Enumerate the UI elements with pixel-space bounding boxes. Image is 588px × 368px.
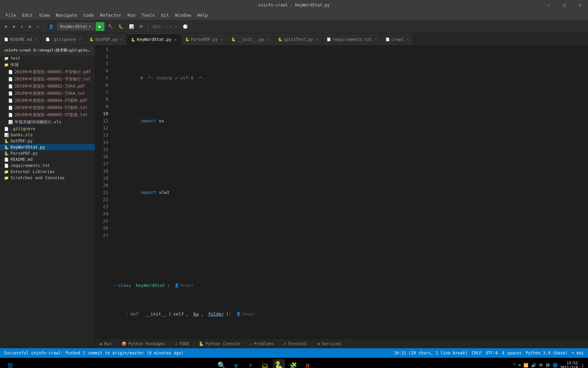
sidebar-item-file8[interactable]: 📊 年报关键词词频统计.xls xyxy=(0,119,95,126)
sidebar-item-parsepdf[interactable]: 🐍 ParsePDF.py xyxy=(0,150,95,156)
sidebar-item-gitignore[interactable]: 📄 .gitignore xyxy=(0,126,95,132)
close-button[interactable]: ✕ xyxy=(572,0,588,10)
tab-gitignore-close[interactable]: ✕ xyxy=(79,37,81,41)
tab-getpdf-close[interactable]: ✕ xyxy=(120,37,122,41)
tab-init[interactable]: 🐍 __init__.py ✕ xyxy=(227,33,274,45)
menu-edit[interactable]: Edit xyxy=(19,12,35,19)
taskbar-wps[interactable]: W xyxy=(301,359,314,368)
sidebar-item-test[interactable]: 📁 test xyxy=(0,55,95,61)
sidebar-item-file6[interactable]: 📄 2019年年度报告-000004-ST国华.txt xyxy=(0,104,95,111)
taskbar-explorer[interactable]: 🗂 xyxy=(259,359,271,368)
status-commit[interactable]: Successful cninfo-crawl: Pushed 1 commit… xyxy=(4,351,183,355)
sidebar-item-file5[interactable]: 📄 2019年年度报告-000004-ST国华.pdf xyxy=(0,97,95,104)
tab-getpdf[interactable]: 🐍 GetPDF.py ✕ xyxy=(85,33,127,45)
sidebar-item-nian-bao[interactable]: 📁 年报 xyxy=(0,61,95,68)
tray-wifi[interactable]: 📶 xyxy=(523,363,528,368)
menu-window[interactable]: Window xyxy=(173,12,194,19)
taskbar-jetbrains[interactable]: 🧩 xyxy=(287,359,299,368)
debug-btn[interactable]: 🐛 xyxy=(116,23,126,30)
sidebar-item-external[interactable]: 📁 External Libraries xyxy=(0,169,95,175)
sidebar-item-getpdf[interactable]: 🐍 GetPDF.py xyxy=(0,138,95,144)
taskbar-lightning[interactable]: ⚡ xyxy=(244,359,257,368)
toolbar-btn-4[interactable]: — xyxy=(34,23,41,30)
menu-git[interactable]: Git xyxy=(158,12,172,19)
tray-keyboard[interactable]: ⌨ xyxy=(518,363,521,368)
tab-splittest-close[interactable]: ✕ xyxy=(316,37,318,41)
tray-chevron[interactable]: ^ xyxy=(513,363,516,368)
tray-input[interactable]: 拼 xyxy=(546,363,550,368)
tab-gitignore[interactable]: 📄 .gitignore ✕ xyxy=(42,33,85,45)
code-line-3 xyxy=(114,153,587,160)
bottom-tab-terminal[interactable]: > Terminal xyxy=(279,339,313,349)
taskbar-search[interactable]: 🔍 xyxy=(216,359,228,368)
clock-display[interactable]: 13:52 2021/3/8 xyxy=(560,361,578,368)
toolbar-btn-2[interactable]: ↕ xyxy=(18,23,25,30)
sidebar-item-readme[interactable]: 📄 README.md xyxy=(0,156,95,163)
coverage-btn[interactable]: 📊 xyxy=(127,23,136,30)
sidebar-item-requirements[interactable]: 📄 requirements.txt xyxy=(0,163,95,169)
tab-parsepdf[interactable]: 🐍 ParsePDF.py ✕ xyxy=(181,33,228,45)
tab-init-close[interactable]: ✕ xyxy=(267,37,270,41)
sidebar-item-banks[interactable]: 📊 banks.xls xyxy=(0,132,95,138)
tab-parsepdf-close[interactable]: ✕ xyxy=(221,37,223,41)
bottom-tab-run[interactable]: ▶ Run xyxy=(95,339,117,349)
status-indent[interactable]: 4 spaces xyxy=(502,351,522,355)
sidebar-item-file3[interactable]: 📄 2019年年度报告-000002-万科A.pdf xyxy=(0,83,95,90)
tray-network[interactable]: 🌐 xyxy=(553,363,558,368)
run-button[interactable]: ▶ xyxy=(96,22,104,31)
code-token: import xyxy=(140,118,156,123)
bottom-tab-python-console[interactable]: 🐍 Python Console xyxy=(194,339,245,349)
menu-view[interactable]: View xyxy=(36,12,52,19)
status-line-endings[interactable]: CRLF xyxy=(472,351,481,355)
tab-splittest[interactable]: 🐍 splitTest.py ✕ xyxy=(274,33,323,45)
toolbar-btn-1[interactable]: ≡ xyxy=(11,23,17,30)
menu-run[interactable]: Run xyxy=(125,12,138,19)
bottom-tab-todo[interactable]: ☑ TODO xyxy=(170,339,194,349)
bottom-tab-problems[interactable]: ⚠ Problems xyxy=(245,339,279,349)
tab-readme-close[interactable]: ✕ xyxy=(35,37,37,41)
status-python-version[interactable]: Python 3.9 (base) xyxy=(526,351,568,355)
maximize-button[interactable]: □ xyxy=(557,0,572,10)
bottom-tab-services[interactable]: ⚙ Services xyxy=(313,339,346,349)
sidebar-item-file1[interactable]: 📄 2019年年度报告-000001-平安银行.pdf xyxy=(0,68,95,76)
start-button[interactable]: ⊞ xyxy=(4,359,16,368)
profile-btn[interactable]: ⟳ xyxy=(137,23,145,30)
code-line-1: # -*- coding = utf-8 -*- xyxy=(114,67,587,89)
user-icon[interactable]: 👤 xyxy=(47,23,56,30)
menu-code[interactable]: Code xyxy=(81,12,97,19)
sidebar-item-file4[interactable]: 📄 2019年年度报告-000002-万科A.txt xyxy=(0,90,95,97)
menu-refactor[interactable]: Refactor xyxy=(97,12,124,19)
status-encoding[interactable]: UTF-8 xyxy=(486,351,498,355)
tab-readme[interactable]: 📄 README.md ✕ xyxy=(0,33,42,45)
status-input-method[interactable]: ⌨ mai xyxy=(572,351,584,355)
tab-keywordstat-close[interactable]: ✕ xyxy=(175,38,177,42)
minimize-button[interactable]: — xyxy=(541,0,557,10)
sidebar-item-keywordstat[interactable]: 🐍 KeyWordStat.py xyxy=(0,144,95,150)
tab-requirements-close[interactable]: ✕ xyxy=(375,37,377,41)
menu-help[interactable]: Help xyxy=(195,12,211,19)
tab-crawl-close[interactable]: ✕ xyxy=(407,37,409,41)
menu-file[interactable]: File xyxy=(3,12,19,19)
sidebar-item-file7[interactable]: 📄 2019年年度报告-000005-ST星源.txt xyxy=(0,111,95,119)
clock-btn[interactable]: 🕐 xyxy=(181,23,190,30)
menu-navigate[interactable]: Navigate xyxy=(53,12,80,19)
project-selector[interactable]: KeyWordStat ▾ xyxy=(57,23,94,30)
code-editor[interactable]: 1 2 3 4 5 6 7 8 9 10 11 12 13 14 15 16 1… xyxy=(95,46,588,339)
menu-tools[interactable]: Tools xyxy=(139,12,158,19)
taskbar-pycharm[interactable]: 🐍 xyxy=(273,359,285,368)
tray-volume[interactable]: 🔊 xyxy=(531,363,536,368)
tab-requirements[interactable]: 📄 requirements.txt ✕ xyxy=(323,33,381,45)
tab-crawl[interactable]: 📄 crawl ✕ xyxy=(381,33,413,45)
tab-keywordstat[interactable]: 🐍 KeyWordStat.py ✕ xyxy=(127,33,181,45)
build-btn[interactable]: 🔨 xyxy=(106,23,115,30)
sidebar-item-scratches[interactable]: 📁 Scratches and Consoles xyxy=(0,175,95,181)
bottom-tab-python-packages[interactable]: 📦 Python Packages xyxy=(117,339,170,349)
project-icon-btn[interactable]: ⊕ xyxy=(3,23,9,30)
sidebar-item-file2[interactable]: 📄 2019年年度报告-000001-平安银行.txt xyxy=(0,76,95,83)
toolbar-btn-3[interactable]: ⚙ xyxy=(27,23,33,30)
taskbar-edge[interactable]: e xyxy=(230,359,242,368)
show-desktop[interactable]: | xyxy=(580,363,584,368)
status-position[interactable]: 10:21 (29 chars, 1 line break) xyxy=(394,351,468,355)
tray-zh[interactable]: 中 xyxy=(539,363,543,368)
code-content[interactable]: # -*- coding = utf-8 -*- import os impor… xyxy=(112,46,588,339)
